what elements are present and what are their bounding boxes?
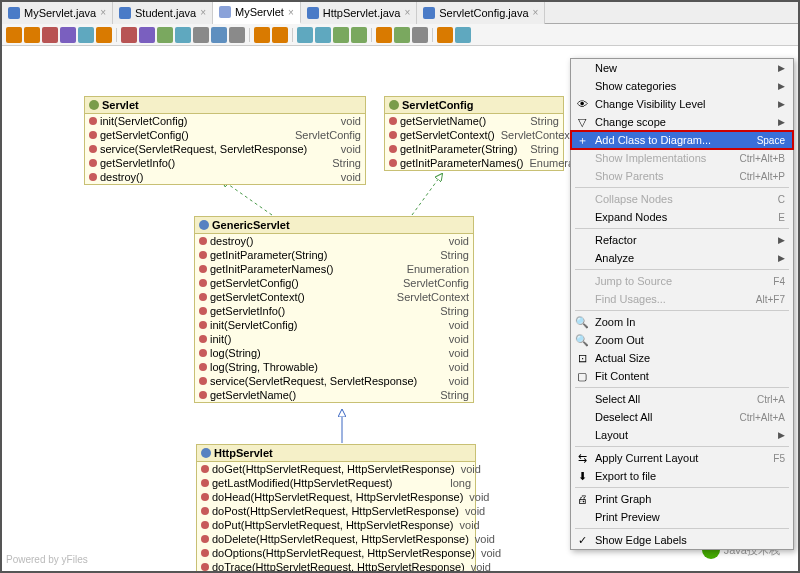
method-row[interactable]: getServletInfo()String xyxy=(195,304,473,318)
toolbar-button-19[interactable] xyxy=(376,27,392,43)
method-icon xyxy=(89,145,97,153)
tab-myservlet-java[interactable]: MyServlet.java× xyxy=(2,2,113,24)
method-icon xyxy=(201,521,209,529)
tab-student-java[interactable]: Student.java× xyxy=(113,2,213,24)
method-icon xyxy=(89,173,97,181)
tab-servletconfig-java[interactable]: ServletConfig.java× xyxy=(417,2,545,24)
method-row[interactable]: getServletConfig()ServletConfig xyxy=(195,276,473,290)
method-row[interactable]: destroy()void xyxy=(85,170,365,184)
toolbar-button-18[interactable] xyxy=(351,27,367,43)
method-icon xyxy=(199,377,207,385)
toolbar-button-2[interactable] xyxy=(42,27,58,43)
toolbar-button-1[interactable] xyxy=(24,27,40,43)
toolbar-button-6[interactable] xyxy=(121,27,137,43)
toolbar-button-5[interactable] xyxy=(96,27,112,43)
toolbar-button-11[interactable] xyxy=(211,27,227,43)
menu-label: Show categories xyxy=(595,80,676,92)
method-row[interactable]: log(String, Throwable)void xyxy=(195,360,473,374)
method-row[interactable]: doHead(HttpServletRequest, HttpServletRe… xyxy=(197,490,475,504)
menu-expand-nodes[interactable]: Expand NodesE xyxy=(571,208,793,226)
menu-change-visibility-level[interactable]: 👁Change Visibility Level▶ xyxy=(571,95,793,113)
method-row[interactable]: log(String)void xyxy=(195,346,473,360)
toolbar-button-21[interactable] xyxy=(412,27,428,43)
class-header: Servlet xyxy=(85,97,365,114)
method-icon xyxy=(199,265,207,273)
toolbar-button-22[interactable] xyxy=(437,27,453,43)
menu-print-preview[interactable]: Print Preview xyxy=(571,508,793,526)
menu-select-all[interactable]: Select AllCtrl+A xyxy=(571,390,793,408)
method-row[interactable]: doDelete(HttpServletRequest, HttpServlet… xyxy=(197,532,475,546)
tab-httpservlet-java[interactable]: HttpServlet.java× xyxy=(301,2,418,24)
class-genericservlet[interactable]: GenericServlet destroy()voidgetInitParam… xyxy=(194,216,474,403)
toolbar-button-23[interactable] xyxy=(455,27,471,43)
method-row[interactable]: getInitParameter(String)String xyxy=(195,248,473,262)
menu-apply-current-layout[interactable]: ⇆Apply Current LayoutF5 xyxy=(571,449,793,467)
menu-add-class-to-diagram-[interactable]: ＋Add Class to Diagram...Space xyxy=(571,131,793,149)
method-row[interactable]: destroy()void xyxy=(195,234,473,248)
class-servlet[interactable]: Servlet init(ServletConfig)voidgetServle… xyxy=(84,96,366,185)
method-row[interactable]: getServletContext()ServletContext xyxy=(385,128,563,142)
toolbar-button-0[interactable] xyxy=(6,27,22,43)
method-row[interactable]: doPost(HttpServletRequest, HttpServletRe… xyxy=(197,504,475,518)
toolbar-button-15[interactable] xyxy=(297,27,313,43)
method-sig: doHead(HttpServletRequest, HttpServletRe… xyxy=(212,491,463,503)
menu-show-edge-labels[interactable]: ✓Show Edge Labels xyxy=(571,531,793,549)
toolbar-button-10[interactable] xyxy=(193,27,209,43)
menu-actual-size[interactable]: ⊡Actual Size xyxy=(571,349,793,367)
close-icon[interactable]: × xyxy=(100,7,106,18)
method-row[interactable]: doGet(HttpServletRequest, HttpServletRes… xyxy=(197,462,475,476)
method-row[interactable]: getServletConfig()ServletConfig xyxy=(85,128,365,142)
menu-change-scope[interactable]: ▽Change scope▶ xyxy=(571,113,793,131)
close-icon[interactable]: × xyxy=(533,7,539,18)
method-return: void xyxy=(475,533,495,545)
method-row[interactable]: doTrace(HttpServletRequest, HttpServletR… xyxy=(197,560,475,573)
toolbar-button-3[interactable] xyxy=(60,27,76,43)
toolbar-button-14[interactable] xyxy=(272,27,288,43)
toolbar-button-8[interactable] xyxy=(157,27,173,43)
menu-export-to-file[interactable]: ⬇Export to file xyxy=(571,467,793,485)
menu-layout[interactable]: Layout▶ xyxy=(571,426,793,444)
close-icon[interactable]: × xyxy=(200,7,206,18)
method-row[interactable]: doOptions(HttpServletRequest, HttpServle… xyxy=(197,546,475,560)
toolbar-button-7[interactable] xyxy=(139,27,155,43)
menu-analyze[interactable]: Analyze▶ xyxy=(571,249,793,267)
method-row[interactable]: getServletInfo()String xyxy=(85,156,365,170)
close-icon[interactable]: × xyxy=(288,7,294,18)
menu-fit-content[interactable]: ▢Fit Content xyxy=(571,367,793,385)
method-row[interactable]: init(ServletConfig)void xyxy=(195,318,473,332)
menu-new[interactable]: New▶ xyxy=(571,59,793,77)
toolbar-button-17[interactable] xyxy=(333,27,349,43)
toolbar-button-9[interactable] xyxy=(175,27,191,43)
method-row[interactable]: init()void xyxy=(195,332,473,346)
method-row[interactable]: service(ServletRequest, ServletResponse)… xyxy=(85,142,365,156)
method-row[interactable]: doPut(HttpServletRequest, HttpServletRes… xyxy=(197,518,475,532)
toolbar-button-13[interactable] xyxy=(254,27,270,43)
class-httpservlet[interactable]: HttpServlet doGet(HttpServletRequest, Ht… xyxy=(196,444,476,573)
method-row[interactable]: getInitParameter(String)String xyxy=(385,142,563,156)
menu-print-graph[interactable]: 🖨Print Graph xyxy=(571,490,793,508)
toolbar-button-20[interactable] xyxy=(394,27,410,43)
method-sig: init() xyxy=(210,333,231,345)
toolbar-button-12[interactable] xyxy=(229,27,245,43)
toolbar-button-4[interactable] xyxy=(78,27,94,43)
menu-zoom-out[interactable]: 🔍Zoom Out xyxy=(571,331,793,349)
tab-myservlet[interactable]: MyServlet× xyxy=(213,2,301,24)
menu-deselect-all[interactable]: Deselect AllCtrl+Alt+A xyxy=(571,408,793,426)
method-row[interactable]: getServletName()String xyxy=(195,388,473,402)
menu-refactor[interactable]: Refactor▶ xyxy=(571,231,793,249)
method-row[interactable]: getServletContext()ServletContext xyxy=(195,290,473,304)
class-servletconfig[interactable]: ServletConfig getServletName()StringgetS… xyxy=(384,96,564,171)
interface-icon xyxy=(89,100,99,110)
method-row[interactable]: getLastModified(HttpServletRequest)long xyxy=(197,476,475,490)
method-icon xyxy=(199,391,207,399)
method-row[interactable]: init(ServletConfig)void xyxy=(85,114,365,128)
close-icon[interactable]: × xyxy=(404,7,410,18)
menu-separator xyxy=(575,528,789,529)
method-row[interactable]: getServletName()String xyxy=(385,114,563,128)
method-row[interactable]: service(ServletRequest, ServletResponse)… xyxy=(195,374,473,388)
menu-zoom-in[interactable]: 🔍Zoom In xyxy=(571,313,793,331)
method-row[interactable]: getInitParameterNames()Enumeration xyxy=(195,262,473,276)
menu-show-categories[interactable]: Show categories▶ xyxy=(571,77,793,95)
method-row[interactable]: getInitParameterNames()Enumeration xyxy=(385,156,563,170)
toolbar-button-16[interactable] xyxy=(315,27,331,43)
